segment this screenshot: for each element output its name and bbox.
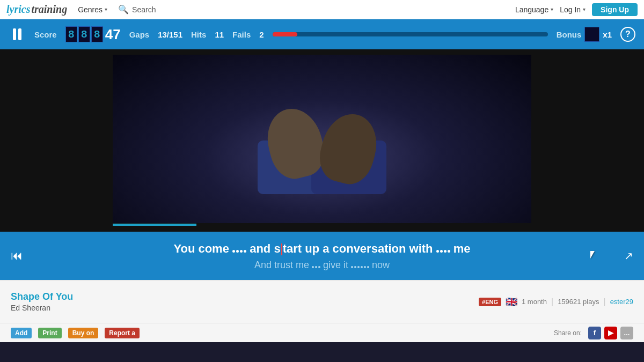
logo-lyrics-text: lyrics xyxy=(6,3,30,16)
song-artist: Ed Sheeran xyxy=(11,304,479,312)
score-display: 8 8 8 47 xyxy=(65,26,121,43)
share-on-label: Share on: xyxy=(554,329,582,337)
gap-dot xyxy=(448,250,450,253)
lyrics-prefix-1: You come xyxy=(173,242,232,255)
search-icon: 🔍 xyxy=(118,4,129,14)
gap-dot xyxy=(244,250,246,253)
lyrics-middle-2: give it xyxy=(323,260,351,270)
bonus-digit-box xyxy=(584,27,599,42)
lyrics-bar: ⏮ You come and start up a conversation w… xyxy=(0,232,644,280)
language-label: Language xyxy=(515,5,548,14)
top-navigation: lyrics training Genres ▾ 🔍 Search Langua… xyxy=(0,0,644,19)
language-chevron-icon: ▾ xyxy=(551,6,553,12)
bonus-label: Bonus xyxy=(557,30,582,39)
lyrics-prefix-2: And trust me xyxy=(254,260,312,270)
login-label: Log In xyxy=(560,5,581,14)
pause-icon xyxy=(13,28,21,40)
fails-label: Fails xyxy=(232,30,251,39)
cursor-arrow-icon xyxy=(590,251,595,258)
song-meta: #ENG 🇬🇧 1 month | 159621 plays | ester29 xyxy=(479,296,633,308)
lyrics-typing-1: tart up a conversation with xyxy=(283,242,436,255)
restart-button[interactable]: ⏮ xyxy=(11,249,23,263)
gap-dot-small xyxy=(364,266,366,268)
social-icons: f ▶ ... xyxy=(588,327,633,339)
share-button[interactable]: ↗ xyxy=(624,249,633,262)
score-value: 47 xyxy=(105,26,121,43)
add-label: Add xyxy=(15,329,27,337)
pause-button[interactable] xyxy=(9,26,26,43)
other-share-button[interactable]: ... xyxy=(620,327,633,339)
youtube-share-button[interactable]: ▶ xyxy=(604,327,617,339)
video-frame xyxy=(113,55,531,226)
login-chevron-icon: ▾ xyxy=(583,6,586,12)
print-label: Print xyxy=(42,329,57,337)
score-digit-2: 8 xyxy=(78,26,90,42)
gap-dot-small xyxy=(318,266,320,268)
gap-dot-small xyxy=(351,266,353,268)
gaps-value: 13/151 xyxy=(158,30,182,39)
print-button[interactable]: Print xyxy=(38,328,61,338)
gap-dot-small xyxy=(367,266,369,268)
meta-plays: 159621 plays xyxy=(558,298,599,306)
video-still xyxy=(113,55,531,226)
language-badge: #ENG xyxy=(479,298,501,306)
song-title[interactable]: Shape Of You xyxy=(11,291,479,302)
song-details: Shape Of You Ed Sheeran xyxy=(11,291,479,312)
game-bar: Score 8 8 8 47 Gaps 13/151 Hits 11 Fails… xyxy=(0,19,644,49)
help-button[interactable]: ? xyxy=(620,27,635,42)
bonus-multiplier: x1 xyxy=(603,30,612,39)
hits-value: 11 xyxy=(215,30,224,39)
meta-divider-1: | xyxy=(551,297,553,307)
gap-dot-small xyxy=(354,266,356,268)
action-bar: Add Print Buy on Report a Share on: f ▶ … xyxy=(0,323,644,342)
meta-divider-2: | xyxy=(603,297,605,307)
add-button[interactable]: Add xyxy=(11,328,32,338)
song-info: Shape Of You Ed Sheeran #ENG 🇬🇧 1 month … xyxy=(0,280,644,323)
gap-dot xyxy=(436,250,439,253)
gap-dot xyxy=(444,250,447,253)
hits-label: Hits xyxy=(191,30,206,39)
lyrics-middle-1: and s xyxy=(250,242,280,255)
lyrics-gap-4 xyxy=(351,266,369,268)
lyrics-gap-1 xyxy=(232,250,246,253)
genres-menu[interactable]: Genres ▾ xyxy=(74,5,112,14)
lyrics-cursor xyxy=(281,243,282,255)
genres-label: Genres xyxy=(78,5,103,14)
restart-icon: ⏮ xyxy=(11,249,23,262)
progress-fill xyxy=(273,32,297,36)
share-icon: ↗ xyxy=(624,250,633,262)
lyrics-gap-2 xyxy=(436,250,450,253)
language-menu[interactable]: Language ▾ xyxy=(515,5,553,14)
buy-label: Buy on xyxy=(72,329,94,337)
fails-value: 2 xyxy=(259,30,264,39)
gap-dot-small xyxy=(357,266,360,268)
meta-time: 1 month xyxy=(522,298,547,306)
score-digit-3: 8 xyxy=(91,26,103,42)
gap-dot-small xyxy=(312,266,314,268)
video-container xyxy=(0,49,644,232)
logo[interactable]: lyrics training xyxy=(6,3,67,16)
report-button[interactable]: Report a xyxy=(105,328,140,338)
progress-bar xyxy=(273,32,548,36)
gap-dot-small xyxy=(361,266,363,268)
login-menu[interactable]: Log In ▾ xyxy=(560,5,586,14)
genres-chevron-icon: ▾ xyxy=(105,6,107,12)
lyrics-gap-3 xyxy=(312,266,320,268)
facebook-share-button[interactable]: f xyxy=(588,327,601,339)
lyrics-line-2: And trust me give it now xyxy=(254,260,390,271)
search-nav[interactable]: 🔍 Search xyxy=(118,4,156,14)
logo-training-text: training xyxy=(31,3,67,16)
score-label: Score xyxy=(34,30,57,39)
lyrics-line-1: You come and start up a conversation wit… xyxy=(173,241,470,257)
video-thumbnail xyxy=(252,87,392,194)
report-label: Report a xyxy=(109,329,135,337)
gap-dot-small xyxy=(315,266,317,268)
video-progress-container[interactable] xyxy=(113,223,531,226)
gap-dot xyxy=(440,250,443,253)
bonus-section: Bonus x1 xyxy=(557,27,612,42)
gap-dot xyxy=(232,250,235,253)
signup-button[interactable]: Sign Up xyxy=(592,3,638,16)
meta-user-link[interactable]: ester29 xyxy=(610,298,633,306)
buy-button[interactable]: Buy on xyxy=(68,328,99,338)
gap-dot xyxy=(240,250,243,253)
